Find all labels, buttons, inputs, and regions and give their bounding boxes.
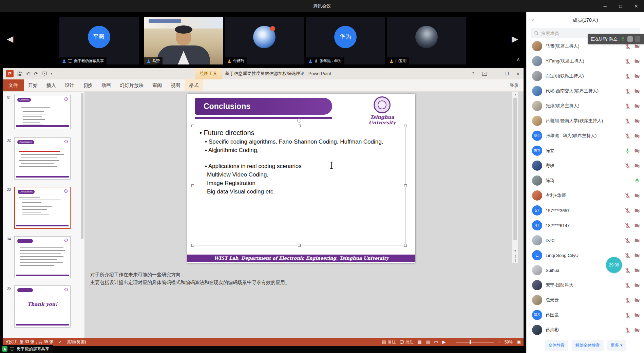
proofing-icon[interactable]: ✓ [58,340,62,345]
zoom-percent[interactable]: 59% [505,340,513,345]
language-status[interactable]: 英语(英国) [67,339,86,345]
ribbon-tab-设计[interactable]: 设计 [60,79,79,91]
mic-muted-icon[interactable] [625,267,630,273]
camera-off-icon[interactable] [634,253,640,258]
zoom-slider-thumb[interactable] [470,340,471,344]
close-icon[interactable]: ✕ [628,0,644,12]
undo-icon[interactable]: ↶ [26,71,31,76]
rotate-handle[interactable] [297,118,301,123]
ribbon-tab-幻灯片放映[interactable]: 幻灯片放映 [115,79,148,91]
camera-off-icon[interactable] [634,282,640,288]
member-row[interactable]: Y.Fang(联席主持人) [527,54,644,69]
video-tile[interactable]: 平毅樊平毅的屏幕共享 [59,17,139,64]
comments-toggle[interactable]: 批注 [400,339,414,345]
slide-thumbnail-35[interactable]: Thank you! [14,285,71,328]
notes-toggle[interactable]: ▤备注 [382,339,396,345]
camera-off-icon[interactable] [634,312,640,318]
ppt-restore-icon[interactable]: ❐ [501,68,512,79]
camera-off-icon[interactable] [634,88,640,94]
camera-off-icon[interactable] [634,238,640,243]
camera-off-icon[interactable] [634,193,640,199]
maximize-icon[interactable]: □ [613,0,628,12]
slide-thumbnail-32[interactable]: Conclusions [14,137,71,180]
camera-off-icon[interactable] [634,327,640,333]
mic-muted-icon[interactable] [625,43,630,49]
video-tile[interactable]: 白宝明 [387,17,466,64]
resize-handle[interactable] [191,244,194,247]
mic-muted-icon[interactable] [625,193,630,199]
member-row[interactable]: 安宁-国防科大 [527,278,644,293]
slide-title-banner[interactable]: Conclusions [195,98,332,115]
meeting-timer-badge[interactable]: 29:09 [606,257,622,273]
mic-muted-icon[interactable] [625,312,630,318]
camera-off-icon[interactable] [634,73,640,79]
member-row[interactable]: 占利+华师 [527,188,644,203]
member-row[interactable]: 陈琦 [527,173,644,188]
video-tile[interactable]: 华为张华滋 - 华为 [306,17,385,64]
mic-muted-icon[interactable] [625,103,630,109]
ribbon-tab-切换[interactable]: 切换 [79,79,97,91]
next-slide-icon[interactable]: ∨∨ [514,258,516,263]
slide-lines[interactable]: • Future directions• Specific coding alg… [193,128,407,196]
slide-thumbnail-33[interactable]: Conclusions [14,187,71,229]
camera-off-icon[interactable] [634,163,640,169]
mic-muted-icon[interactable] [625,297,630,303]
slide-thumbnail-34[interactable] [14,236,71,278]
mic-on-icon[interactable] [625,148,630,154]
member-row[interactable]: 47182****6147 [527,218,644,233]
scroll-down-icon[interactable]: ▼ [512,248,518,254]
member-row[interactable]: 国发蔡国发 [527,308,644,322]
ribbon-tab-文件[interactable]: 文件 [3,79,24,91]
member-row[interactable]: 寄轶 [527,158,644,173]
customize-qat-chevron-icon[interactable]: ▾ [51,72,52,75]
mic-muted-icon[interactable] [625,253,630,258]
resize-handle[interactable] [191,125,194,127]
mute-all-button[interactable]: 全体静音 [545,340,568,351]
sign-in-link[interactable]: 登录 [505,79,524,91]
camera-off-icon[interactable] [634,148,640,154]
panel-collapse-chevron-icon[interactable]: ∨ [531,12,534,28]
save-icon[interactable] [17,71,22,76]
mic-muted-icon[interactable] [625,118,630,124]
ribbon-tab-开始[interactable]: 开始 [24,79,42,91]
mic-muted-icon[interactable] [625,238,630,243]
member-row[interactable]: Suihua [527,263,644,278]
mic-muted-icon[interactable] [625,223,630,228]
camera-off-icon[interactable] [634,133,640,139]
zoom-out-icon[interactable]: − [450,339,452,345]
mic-muted-icon[interactable] [625,73,630,79]
unmute-all-button[interactable]: 解除全体静音 [572,340,604,351]
mic-muted-icon[interactable] [625,133,630,139]
resize-handle[interactable] [404,125,407,127]
slide[interactable]: Conclusions Tsinghua University [187,94,415,263]
member-row[interactable]: 代彬-西南交大(联席主持人) [527,83,644,98]
member-row[interactable]: DZC [527,233,644,248]
normal-view-icon[interactable]: ▦ [418,339,422,345]
ribbon-tab-插入[interactable]: 插入 [42,79,60,91]
slideshow-view-icon[interactable]: ▶ [442,339,446,345]
member-row[interactable]: 57157****3657 [527,203,644,218]
zoom-in-icon[interactable]: + [498,339,500,345]
member-row[interactable]: 蔡润彬 [527,322,644,337]
camera-off-icon[interactable] [634,208,640,213]
scrollbar-thumb[interactable] [513,98,517,240]
scroll-up-icon[interactable]: ▲ [512,92,518,97]
ribbon-display-options-icon[interactable]: ∧ [479,68,490,79]
start-slideshow-icon[interactable] [42,72,47,76]
camera-off-icon[interactable] [634,58,640,64]
camera-off-icon[interactable] [634,118,640,124]
next-videos-arrow-icon[interactable]: ▶ [512,35,518,43]
camera-off-icon[interactable] [634,297,640,303]
camera-off-icon[interactable] [634,103,640,109]
resize-handle[interactable] [404,244,407,247]
mic-on-icon[interactable] [634,178,640,184]
camera-off-icon[interactable] [634,43,640,49]
previous-slide-icon[interactable]: ∧∧ [514,254,516,258]
fit-to-window-icon[interactable]: ▣ [517,339,521,345]
mic-muted-icon[interactable] [625,58,630,64]
zoom-slider[interactable] [456,342,494,342]
member-row[interactable]: 华为张华滋 - 华为(联席主持人) [527,128,644,143]
resize-handle[interactable] [298,125,301,127]
member-row[interactable]: 吕善翔-暨南大学(联席主持人) [527,113,644,128]
slide-sorter-view-icon[interactable]: ▥ [426,339,430,345]
